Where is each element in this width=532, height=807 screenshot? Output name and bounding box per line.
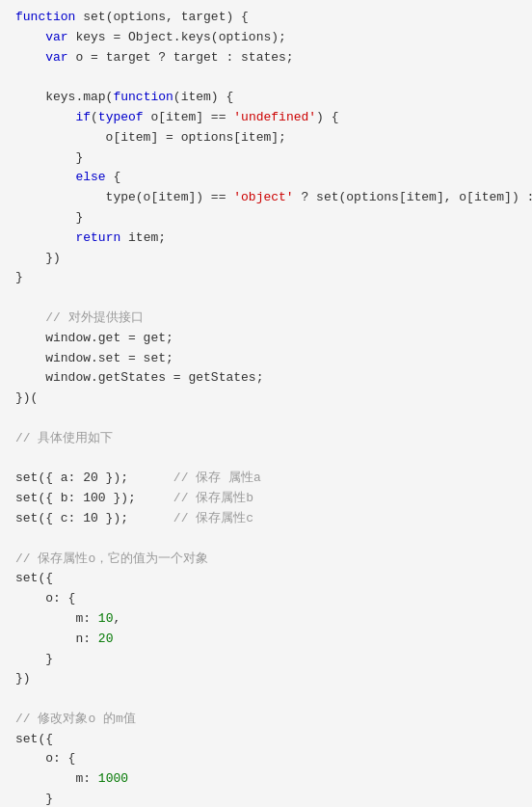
code-line: [15, 689, 517, 710]
code-line: else {: [15, 168, 517, 188]
code-container: function set(options, target) { var keys…: [0, 0, 532, 807]
code-line: [15, 409, 517, 429]
code-line: [15, 67, 517, 88]
code-line: m: 1000: [15, 769, 517, 790]
code-line: // 保存属性o，它的值为一个对象: [15, 550, 517, 570]
code-line: }): [15, 669, 517, 689]
code-line: }: [15, 148, 517, 169]
code-line: window.set = set;: [15, 349, 517, 369]
code-line: }: [15, 790, 517, 807]
code-line: // 对外提供接口: [15, 309, 517, 329]
code-line: }: [15, 650, 517, 670]
code-line: var o = target ? target : states;: [15, 48, 517, 68]
code-line: keys.map(function(item) {: [15, 88, 517, 108]
code-line: [15, 288, 517, 309]
code-line: n: 20: [15, 630, 517, 650]
code-line: }): [15, 249, 517, 269]
code-line: type(o[item]) == 'object' ? set(options[…: [15, 188, 517, 208]
code-line: window.getStates = getStates;: [15, 368, 517, 389]
code-line: if(typeof o[item] == 'undefined') {: [15, 108, 517, 128]
code-line: }: [15, 208, 517, 229]
code-line: o: {: [15, 589, 517, 609]
code-line: }: [15, 268, 517, 288]
code-line: // 修改对象o 的m值: [15, 710, 517, 730]
code-line: set({: [15, 730, 517, 750]
code-line: var keys = Object.keys(options);: [15, 28, 517, 48]
code-line: return item;: [15, 229, 517, 249]
code-line: set({ b: 100 }); // 保存属性b: [15, 489, 517, 509]
code-line: [15, 529, 517, 550]
code-line: set({ c: 10 }); // 保存属性c: [15, 509, 517, 529]
code-line: set({ a: 20 }); // 保存 属性a: [15, 469, 517, 489]
code-block: function set(options, target) { var keys…: [15, 8, 517, 807]
code-line: // 具体使用如下: [15, 429, 517, 449]
code-line: o: {: [15, 749, 517, 769]
code-line: })(: [15, 389, 517, 409]
code-line: function set(options, target) {: [15, 8, 517, 28]
code-line: m: 10,: [15, 609, 517, 630]
code-line: [15, 449, 517, 470]
code-line: window.get = get;: [15, 329, 517, 349]
code-line: o[item] = options[item];: [15, 128, 517, 148]
code-line: set({: [15, 569, 517, 589]
